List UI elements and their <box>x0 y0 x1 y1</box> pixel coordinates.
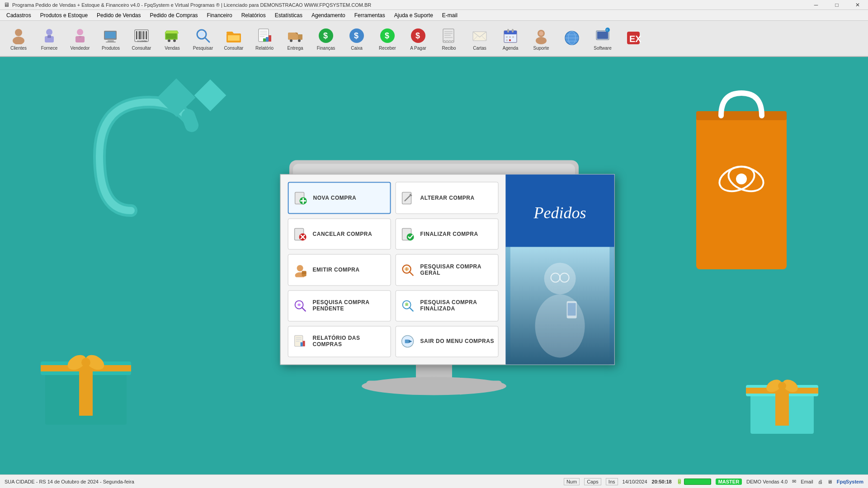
toolbar-recibo[interactable]: Recibo <box>434 23 464 54</box>
deco-teal-diamonds <box>154 75 235 167</box>
consultar-folder-label: Consultar <box>224 46 244 51</box>
globe-icon <box>563 29 581 47</box>
pesquisa-compra-pendente-icon <box>292 298 308 314</box>
emitir-compra-button[interactable]: EMITIR COMPRA <box>288 254 391 286</box>
sair-menu-compras-icon <box>400 333 416 350</box>
status-caps: Caps <box>584 478 601 485</box>
toolbar: Clientes Fornece Vendedor <box>0 21 868 57</box>
toolbar-produtos[interactable]: Produtos <box>96 23 126 54</box>
pesquisar-compra-geral-button[interactable]: PESQUISAR COMPRA GERAL <box>396 254 499 286</box>
svg-rect-35 <box>266 37 269 42</box>
svg-rect-89 <box>696 111 787 120</box>
barcode-icon: 0 123456 <box>132 27 151 45</box>
maximize-button[interactable]: □ <box>826 0 847 10</box>
dialog-buttons-grid: NOVA COMPRA ALTERAR COMPRA <box>281 174 506 364</box>
fornece-label: Fornece <box>41 46 58 51</box>
menu-cadastros[interactable]: Cadastros <box>2 11 36 20</box>
toolbar-financas[interactable]: $ Finanças <box>311 23 341 54</box>
toolbar-vendas[interactable]: Vendas <box>157 23 187 54</box>
finalizar-compra-icon <box>400 226 416 242</box>
toolbar-relatorio[interactable]: Relatório <box>250 23 279 54</box>
apagar-label: A Pagar <box>410 46 426 51</box>
svg-point-22 <box>168 39 170 42</box>
svg-rect-73 <box>597 32 608 39</box>
finalizar-compra-button[interactable]: FINALIZAR COMPRA <box>396 219 499 250</box>
menu-financeiro[interactable]: Financeiro <box>203 11 237 20</box>
pesquisa-compra-pendente-button[interactable]: PESQUISA COMPRA PENDENTE <box>288 290 391 321</box>
caixa-label: Caixa <box>351 46 363 51</box>
menu-ajuda-suporte[interactable]: Ajuda e Suporte <box>390 11 438 20</box>
menu-pedido-vendas[interactable]: Pedido de Vendas <box>92 11 145 20</box>
svg-point-5 <box>77 29 83 35</box>
toolbar-globe[interactable] <box>557 23 587 54</box>
menu-estatisticas[interactable]: Estatísticas <box>270 11 307 20</box>
svg-point-92 <box>736 174 747 184</box>
toolbar-entrega[interactable]: Entrega <box>280 23 310 54</box>
close-button[interactable]: ✕ <box>847 0 868 10</box>
toolbar-apagar[interactable]: $ A Pagar <box>403 23 433 54</box>
relatorio-compras-button[interactable]: RELATÓRIO DAS COMPRAS <box>288 326 391 357</box>
svg-point-99 <box>778 382 786 390</box>
pesquisa-compra-finalizada-button[interactable]: PESQUISA COMPRA FINALIZADA <box>396 290 499 321</box>
toolbar-exit[interactable]: EXIT <box>618 23 648 54</box>
minimize-button[interactable]: ─ <box>806 0 826 10</box>
alterar-compra-button[interactable]: ALTERAR COMPRA <box>396 182 499 214</box>
status-bar: SUA CIDADE - RS 14 de Outubro de 2024 - … <box>0 474 868 488</box>
toolbar-consultar-folder[interactable]: Consultar <box>219 23 249 54</box>
menu-pedido-compras[interactable]: Pedido de Compras <box>146 11 203 20</box>
status-monitor-icon: 🖥 <box>827 479 832 484</box>
window-title: Programa Pedido de Vendas + Estoque & Fi… <box>12 2 371 8</box>
svg-rect-134 <box>296 339 302 340</box>
pesquisa-compra-pendente-label: PESQUISA COMPRA PENDENTE <box>313 300 387 312</box>
toolbar-agenda[interactable]: Agenda <box>495 23 525 54</box>
toolbar-vendedor[interactable]: Vendedor <box>65 23 95 54</box>
menu-email[interactable]: E-mail <box>438 11 462 20</box>
vendas-icon <box>163 27 181 45</box>
svg-rect-88 <box>696 116 787 269</box>
svg-rect-58 <box>512 29 514 33</box>
clientes-label: Clientes <box>10 46 27 51</box>
sair-menu-compras-button[interactable]: SAIR DO MENU COMPRAS <box>396 326 499 357</box>
svg-point-26 <box>199 32 204 37</box>
toolbar-pesquisar[interactable]: Pesquisar <box>188 23 218 54</box>
toolbar-fornece[interactable]: Fornece <box>34 23 64 54</box>
nova-compra-button[interactable]: NOVA COMPRA <box>288 182 391 214</box>
menu-agendamento[interactable]: Agendamento <box>307 11 350 20</box>
toolbar-suporte[interactable]: Suporte <box>526 23 556 54</box>
svg-rect-31 <box>260 33 267 33</box>
pesquisar-icon <box>194 27 212 45</box>
toolbar-receber[interactable]: $ Receber <box>373 23 402 54</box>
menu-ferramentas[interactable]: Ferramentas <box>350 11 390 20</box>
svg-point-40 <box>298 39 301 42</box>
pesquisar-label: Pesquisar <box>193 46 213 51</box>
software-icon: i <box>594 27 612 45</box>
toolbar-software[interactable]: i Software <box>588 23 618 54</box>
status-time: 20:50:18 <box>652 479 672 484</box>
sair-menu-compras-label: SAIR DO MENU COMPRAS <box>420 338 494 345</box>
financas-label: Finanças <box>317 46 335 51</box>
svg-rect-109 <box>402 192 411 204</box>
suporte-label: Suporte <box>533 46 549 51</box>
menu-produtos-estoque[interactable]: Produtos e Estoque <box>36 11 92 20</box>
master-badge: MASTER <box>716 479 742 485</box>
toolbar-cartas[interactable]: Cartas <box>465 23 495 54</box>
exit-icon: EXIT <box>624 29 642 47</box>
toolbar-clientes[interactable]: Clientes <box>4 23 33 54</box>
agenda-icon <box>501 27 519 45</box>
svg-rect-30 <box>260 31 267 32</box>
cancelar-compra-button[interactable]: CANCELAR COMPRA <box>288 219 391 250</box>
toolbar-caixa[interactable]: $ Caixa <box>342 23 372 54</box>
svg-point-39 <box>290 39 292 42</box>
svg-rect-53 <box>444 37 453 38</box>
svg-text:$: $ <box>354 31 359 40</box>
menu-relatorios[interactable]: Relatórios <box>237 11 270 20</box>
receber-label: Receber <box>379 46 396 51</box>
toolbar-consultar-barcode[interactable]: 0 123456 Consultar <box>127 23 156 54</box>
svg-rect-57 <box>507 29 509 33</box>
svg-text:$: $ <box>323 31 328 40</box>
dialog-image <box>506 247 614 364</box>
dialog-title-text: Pedidos <box>534 203 586 222</box>
emitir-compra-icon <box>292 262 308 278</box>
cancelar-compra-icon <box>292 226 308 242</box>
consultar-barcode-label: Consultar <box>132 46 151 51</box>
